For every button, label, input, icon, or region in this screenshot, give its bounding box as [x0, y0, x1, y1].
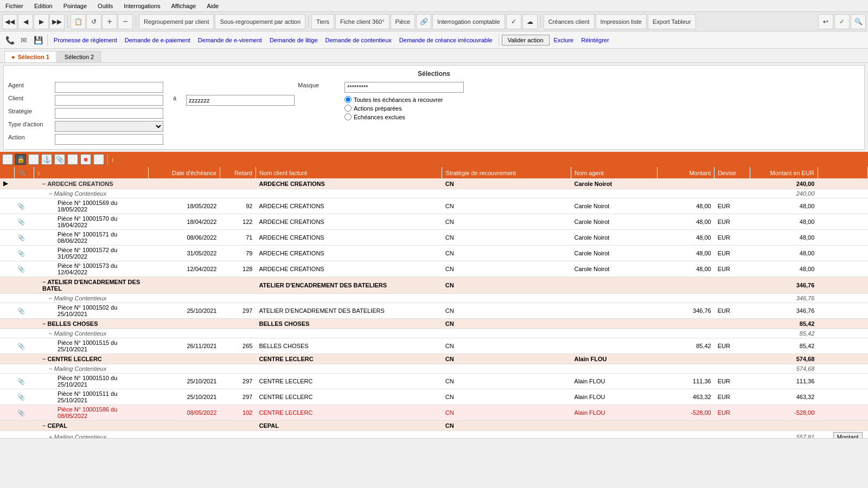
- paperclip-icon[interactable]: 📎: [17, 409, 25, 416]
- undo-btn[interactable]: ↩: [818, 14, 833, 29]
- type-action-select[interactable]: [55, 121, 163, 132]
- radio-preparees[interactable]: Actions préparées: [344, 105, 464, 112]
- menu-interrogations[interactable]: Interrogations: [118, 2, 165, 10]
- demande-evirement-link[interactable]: Demande de e-virement: [195, 36, 265, 44]
- promesse-reglement-link[interactable]: Promesse de règlement: [50, 36, 120, 44]
- collapse-icon7[interactable]: −: [42, 422, 46, 429]
- horizontal-scrollbar[interactable]: [0, 438, 868, 445]
- collapse-icon2[interactable]: −: [49, 190, 52, 197]
- col-nom-agent[interactable]: Nom agent: [571, 167, 657, 178]
- valider-action-btn[interactable]: Valider action: [502, 35, 550, 46]
- cloud-btn[interactable]: ☁: [522, 14, 538, 29]
- tiers-btn[interactable]: Tiers: [311, 14, 334, 29]
- demande-creance-link[interactable]: Demande de créance irrécouvrable: [396, 36, 496, 44]
- paperclip-icon[interactable]: 📎: [17, 250, 25, 256]
- search-btn[interactable]: 🔍: [851, 14, 866, 29]
- status-dot-btn[interactable]: ●: [80, 154, 91, 165]
- check-btn[interactable]: ✓: [506, 14, 521, 29]
- lock-icon[interactable]: 🔒: [15, 154, 26, 165]
- exclamation-btn[interactable]: !: [28, 154, 39, 165]
- table-row[interactable]: 📎 Pièce N° 10001571 du 08/06/2022 08/06/…: [0, 230, 868, 246]
- col-devise[interactable]: Devise: [714, 167, 750, 178]
- radio-exclues[interactable]: Échéances exclues: [344, 113, 464, 120]
- remove-btn[interactable]: −: [118, 14, 133, 29]
- collapse-icon3[interactable]: −: [42, 279, 46, 285]
- masque-input[interactable]: [344, 82, 464, 93]
- validate-btn[interactable]: ✓: [834, 14, 850, 29]
- table-row[interactable]: 📎 Pièce N° 10001569 du 18/05/2022 18/05/…: [0, 198, 868, 214]
- paperclip-icon[interactable]: 📎: [17, 234, 25, 241]
- export-tableur-btn[interactable]: Export Tableur: [648, 14, 696, 29]
- regroupement-btn[interactable]: Regroupement par client: [139, 14, 214, 29]
- demande-epaiement-link[interactable]: Demande de e-paiement: [122, 36, 194, 44]
- menu-affichage[interactable]: Affichage: [165, 2, 201, 10]
- paperclip-icon[interactable]: 📎: [17, 266, 25, 272]
- menu-aide[interactable]: Aide: [201, 2, 224, 10]
- paperclip-btn[interactable]: 📎: [54, 154, 65, 165]
- collapse-icon5[interactable]: −: [42, 320, 46, 327]
- demande-litige-link[interactable]: Demande de litige: [266, 36, 321, 44]
- paperclip-icon[interactable]: 📎: [17, 203, 25, 209]
- collapse-icon[interactable]: −: [42, 181, 46, 187]
- sous-regroupement-btn[interactable]: Sous-regroupement par action: [215, 14, 305, 29]
- table-row[interactable]: 📎 Pièce N° 10001511 du 25/10/2021 25/10/…: [0, 389, 868, 405]
- paperclip-icon[interactable]: 📎: [17, 394, 25, 400]
- table-row[interactable]: 📎 Pièce N° 10001573 du 12/04/2022 12/04/…: [0, 261, 868, 277]
- save-icon[interactable]: 💾: [31, 34, 44, 47]
- table-row[interactable]: 📎 Pièce N° 10001515 du 25/10/2021 26/11/…: [0, 338, 868, 354]
- radio-toutes[interactable]: Toutes les échéances à recouvrer: [344, 96, 464, 103]
- tab-selection2[interactable]: Sélection 2: [58, 51, 101, 62]
- impression-liste-btn[interactable]: Impression liste: [596, 14, 647, 29]
- collapse-icon6[interactable]: −: [42, 356, 46, 362]
- table-row[interactable]: 📎 Pièce N° 10001572 du 31/05/2022 31/05/…: [0, 246, 868, 261]
- paperclip-icon[interactable]: 📎: [17, 378, 25, 384]
- agent-input[interactable]: [55, 82, 163, 93]
- col-strategie[interactable]: Stratégie de recouvrement: [442, 167, 571, 178]
- montant-btn[interactable]: Montant: [833, 432, 863, 438]
- upload-btn[interactable]: ↑: [93, 154, 104, 165]
- menu-outils[interactable]: Outils: [92, 2, 118, 10]
- expand-icon[interactable]: ▶: [3, 180, 8, 187]
- action-input[interactable]: [55, 134, 163, 145]
- reintegrer-link[interactable]: Réintégrer: [578, 36, 612, 44]
- anchor-btn[interactable]: ⚓: [41, 154, 52, 165]
- col-date[interactable]: Date d'échéance: [148, 167, 220, 178]
- link-btn[interactable]: 🔗: [416, 14, 431, 29]
- tab-selection1[interactable]: ● Sélection 1: [4, 51, 56, 62]
- col-piece[interactable]: ↕: [34, 167, 148, 178]
- copy-btn[interactable]: 📋: [71, 14, 86, 29]
- exclure-link[interactable]: Exclure: [551, 36, 577, 44]
- table-row[interactable]: 📎 Pièce N° 10001502 du 25/10/2021 25/10/…: [0, 303, 868, 319]
- add-btn[interactable]: +: [102, 14, 117, 29]
- demande-contentieux-link[interactable]: Demande de contentieux: [322, 36, 395, 44]
- menu-edition[interactable]: Edition: [29, 2, 58, 10]
- refresh-btn[interactable]: ↺: [86, 14, 101, 29]
- paperclip-icon[interactable]: 📎: [17, 307, 25, 314]
- dots-btn[interactable]: ···: [2, 154, 13, 165]
- paperclip-icon[interactable]: 📎: [17, 219, 25, 225]
- fiche-client-btn[interactable]: Fiche client 360°: [335, 14, 389, 29]
- col-montant-eur[interactable]: Montant en EUR: [750, 167, 818, 178]
- col-nom-client[interactable]: Nom client facturé: [256, 167, 442, 178]
- paperclip-icon[interactable]: 📎: [17, 343, 25, 349]
- nav-last-btn[interactable]: ▶▶: [49, 14, 65, 29]
- menu-pointage[interactable]: Pointage: [58, 2, 92, 10]
- client-from-input[interactable]: [55, 95, 163, 106]
- nav-prev-btn[interactable]: ◀: [18, 14, 33, 29]
- interrogation-comptable-btn[interactable]: Interrogation comptable: [432, 14, 505, 29]
- creances-client-btn[interactable]: Créances client: [544, 14, 595, 29]
- piece-btn[interactable]: Pièce: [391, 14, 416, 29]
- phone-icon[interactable]: 📞: [3, 34, 16, 47]
- nav-first-btn[interactable]: ◀◀: [2, 14, 17, 29]
- email-icon[interactable]: ✉: [17, 34, 30, 47]
- data-table-container[interactable]: 📎 ↕ Date d'échéance Retard Nom client fa…: [0, 167, 868, 438]
- table-row[interactable]: 📎 Pièce N° 10001570 du 18/04/2022 18/04/…: [0, 214, 868, 230]
- col-montant[interactable]: Montant: [657, 167, 714, 178]
- col-retard[interactable]: Retard: [220, 167, 256, 178]
- warning-btn[interactable]: ⚠: [67, 154, 78, 165]
- table-row-highlight[interactable]: 📎 Pièce N° 10001586 du 08/05/2022 08/05/…: [0, 405, 868, 421]
- client-to-input[interactable]: [186, 95, 295, 106]
- menu-fichier[interactable]: Fichier: [0, 2, 29, 10]
- expand-cell[interactable]: ▶: [0, 178, 14, 189]
- table-row[interactable]: 📎 Pièce N° 10001510 du 25/10/2021 25/10/…: [0, 374, 868, 389]
